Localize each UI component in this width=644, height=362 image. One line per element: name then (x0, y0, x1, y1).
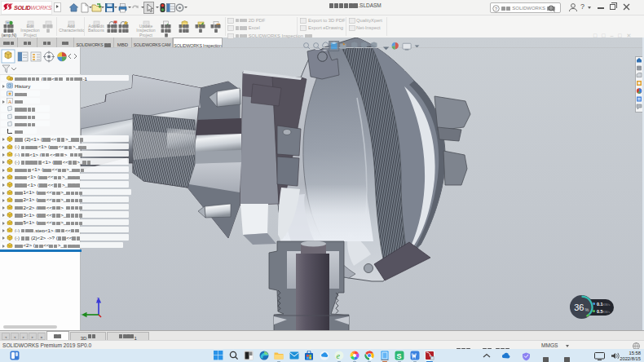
svg-text:S: S (397, 352, 402, 360)
svg-text:A: A (8, 98, 12, 104)
svg-text:e: e (337, 351, 341, 360)
svg-text:?: ? (495, 7, 498, 11)
svg-text:%: % (585, 307, 589, 312)
svg-text:WORKS: WORKS (31, 4, 52, 11)
svg-text:SOLID: SOLID (14, 4, 31, 11)
svg-text:36: 36 (574, 302, 584, 312)
svg-text:Z: Z (97, 297, 99, 302)
